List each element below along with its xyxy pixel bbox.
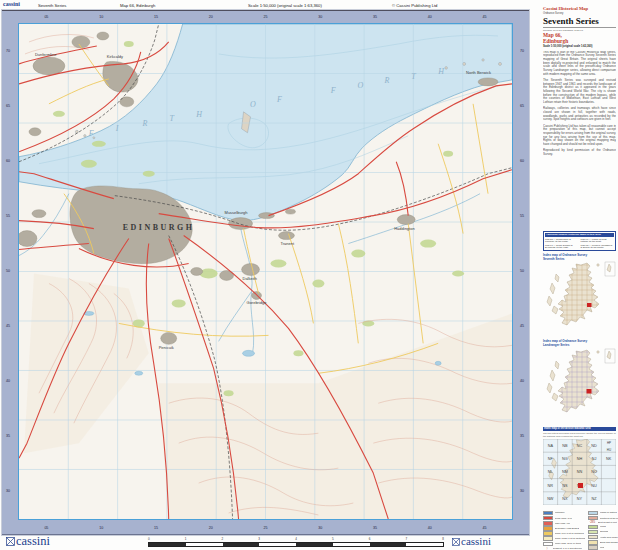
svg-text:NO: NO: [591, 470, 597, 474]
grid-number: 15: [154, 526, 158, 530]
grid-number: 55: [6, 214, 10, 218]
svg-text:HP: HP: [607, 441, 611, 445]
grid-number: 35: [373, 15, 377, 19]
legend-item: Secondary road B6372: [543, 526, 585, 531]
adjoining-maps-title: Adjoining Cassini Historical Maps of thi…: [545, 233, 614, 237]
sidebar-brand: Cassini Historical Map: [543, 6, 616, 11]
legend-item: Motorway: [543, 511, 585, 516]
legend-symbol: [543, 521, 553, 526]
svg-text:R: R: [142, 119, 148, 128]
svg-text:T: T: [411, 72, 416, 81]
grid-number: 65: [6, 104, 10, 108]
scale-bar: 012345678: [148, 537, 444, 547]
legend-label: Orchard: [600, 530, 609, 533]
legend-item: Orchard: [588, 530, 618, 535]
grid-number: 40: [428, 526, 432, 530]
sidebar-publisher: Ordnance Survey: [543, 12, 616, 15]
grid-number: 50: [520, 269, 524, 273]
legend-item: Minor road, drive or track: [543, 542, 585, 547]
legend-symbol: ⟩: [543, 547, 551, 550]
cassini-globe-icon: [6, 535, 15, 550]
svg-text:NX: NX: [562, 496, 568, 500]
map-legend: MotorwayTrunk road A1(T)Main road A68Sec…: [543, 511, 616, 550]
map-border-band: 051015202530354045 051015202530354045 70…: [2, 10, 529, 535]
svg-text:NS: NS: [562, 483, 568, 487]
legend-label: Gradient: 1 in 7 and steeper: [553, 547, 583, 550]
grid-numbers-bottom: 051015202530354045: [19, 526, 512, 530]
adjoining-maps-list: Map 55 — Dunfermline & Kirkcaldy (to the…: [545, 238, 614, 250]
place-label: EDINBURGH: [123, 223, 195, 232]
national-grid-title: Index map of the British National Grid: [543, 427, 616, 431]
legend-item: Road, over 14ft of metalling: [543, 531, 585, 536]
legend-symbol: [543, 531, 553, 536]
place-label: Haddington: [394, 226, 414, 231]
svg-text:ND: ND: [591, 444, 597, 448]
svg-text:R: R: [383, 76, 389, 85]
grid-number: 40: [428, 15, 432, 19]
svg-text:F: F: [276, 95, 282, 104]
legend-label: Wood: [600, 525, 606, 528]
grid-number: 40: [6, 379, 10, 383]
national-grid-highlight: [578, 483, 583, 488]
svg-text:T: T: [169, 114, 174, 123]
grid-number: 45: [483, 526, 487, 530]
cassini-globe-icon: [452, 536, 460, 548]
legend-label: Mud: [600, 546, 605, 549]
legend-item: Marsh or salting: [588, 511, 618, 516]
svg-text:NA: NA: [548, 444, 554, 448]
place-label: North Berwick: [466, 70, 491, 75]
legend-symbol: [588, 535, 598, 540]
grid-number: 25: [263, 526, 267, 530]
grid-number: 20: [209, 526, 213, 530]
place-label: Musselburgh: [225, 210, 248, 215]
svg-text:O: O: [250, 100, 256, 109]
grid-number: 60: [6, 159, 10, 163]
place-label: Dalkeith: [243, 276, 257, 281]
legend-item: Road, under 14ft of metalling: [543, 536, 585, 541]
svg-text:NU: NU: [591, 483, 597, 487]
legend-label: Spot height in feet: [598, 521, 617, 524]
svg-text:NZ: NZ: [592, 496, 598, 500]
legend-symbol: [588, 511, 598, 516]
grid-number: 45: [483, 15, 487, 19]
legend-label: Secondary road B6372: [555, 527, 579, 530]
description-paragraph: The Seventh Series was surveyed and revi…: [543, 79, 616, 105]
legend-item: ⟩Gradient: 1 in 7 and steeper: [543, 547, 585, 550]
index-map-1-title: Index map of Ordnance SurveySeventh Seri…: [543, 254, 616, 261]
map-canvas: FIRTHOFFORTH EDINBURGHKirkcaldyDunfermli…: [18, 23, 513, 520]
legend-label: Motorway: [555, 511, 565, 514]
legend-symbol: [588, 530, 598, 535]
index-map-landranger: [543, 348, 616, 420]
legend-symbol: ·285: [588, 521, 596, 524]
map-sheet: cassini Seventh Series Map 66, Edinburgh…: [0, 0, 531, 550]
legend-item: Main road A68: [543, 521, 585, 526]
legend-symbol: [588, 540, 598, 545]
adjoining-maps-box: Adjoining Cassini Historical Maps of thi…: [543, 231, 616, 252]
svg-text:O: O: [358, 81, 364, 90]
grid-number: 50: [6, 269, 10, 273]
index-map-national-grid: NANBNCNDNFNGNHNJNKNLNMNNNONRNSNTNUNWNXNY…: [543, 439, 616, 505]
sidebar-scale: Scale 1:50,000 (original scale 1:63,360): [543, 45, 616, 48]
legend-label: Sand and shingle: [600, 541, 618, 544]
svg-text:NJ: NJ: [592, 457, 597, 461]
place-label: Gorebridge: [247, 300, 268, 305]
grid-number: 40: [520, 379, 524, 383]
svg-text:NK: NK: [606, 457, 612, 461]
national-grid-note: The two letters preceding a grid referen…: [543, 432, 616, 438]
svg-text:NC: NC: [577, 444, 583, 448]
header-copyright: © Cassini Publishing Ltd: [392, 3, 437, 8]
place-label: Tranent: [280, 241, 294, 246]
legend-symbol: [588, 545, 598, 550]
svg-text:F: F: [88, 129, 94, 138]
description-paragraphs: This map is part of the Cassini Historic…: [543, 51, 616, 229]
grid-number: 10: [99, 526, 103, 530]
grid-number: 70: [520, 49, 524, 53]
scale-bar-labels: 012345678: [148, 537, 444, 541]
grid-number: 60: [520, 159, 524, 163]
place-label: Kirkcaldy: [107, 54, 123, 59]
sheet-top-imprint: cassini Seventh Series Map 66, Edinburgh…: [0, 0, 531, 10]
cassini-logo-top: cassini: [3, 1, 20, 7]
grid-number: 30: [6, 489, 10, 493]
description-paragraph: Cassini Publishing Ltd has taken all rea…: [543, 125, 616, 147]
scale-bar-segments: [148, 542, 444, 547]
